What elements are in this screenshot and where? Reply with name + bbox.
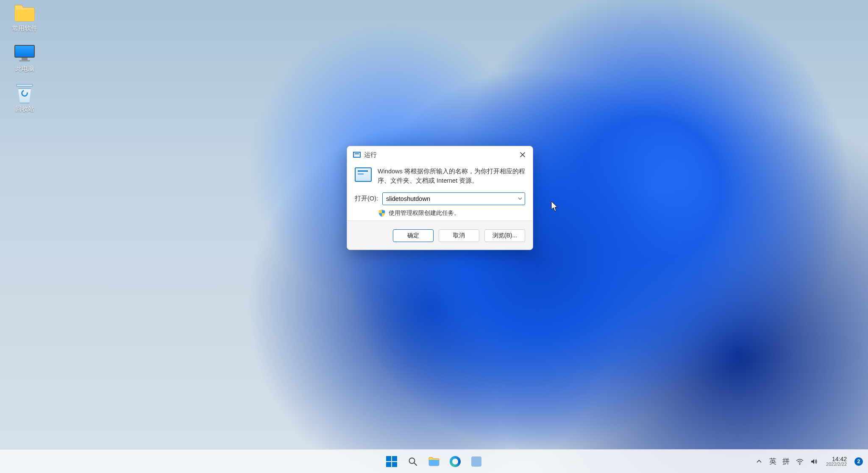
desktop-icon-label: 此电脑 (15, 65, 34, 73)
ime-mode[interactable]: 拼 (782, 456, 790, 466)
close-button[interactable] (517, 150, 528, 160)
admin-note-text: 使用管理权限创建此任务。 (389, 209, 460, 217)
clock-date: 2022/2/22 (826, 462, 847, 467)
notification-badge[interactable]: 2 (854, 457, 863, 466)
open-label: 打开(O): (355, 195, 378, 203)
run-dialog-title: 运行 (364, 151, 377, 159)
run-description: Windows 将根据你所输入的名称，为你打开相应的程序、文件夹、文档或 Int… (378, 167, 525, 186)
wifi-button[interactable] (796, 457, 804, 466)
desktop-icon-recycle-bin[interactable]: 回收站 (5, 84, 44, 113)
ok-button[interactable]: 确定 (393, 229, 434, 242)
edge-button[interactable] (446, 453, 464, 470)
taskbar-clock[interactable]: 14:42 2022/2/22 (826, 456, 847, 467)
app-icon (471, 456, 481, 467)
desktop-icon-label: 回收站 (15, 105, 34, 113)
monitor-icon (13, 44, 36, 63)
open-combobox[interactable] (382, 192, 525, 205)
open-input[interactable] (382, 192, 525, 205)
desktop-icon-this-pc[interactable]: 此电脑 (5, 44, 44, 73)
taskbar-tray: 英 拼 14:42 2022/2/22 (755, 450, 863, 473)
search-button[interactable] (404, 453, 422, 470)
svg-point-1 (799, 464, 801, 465)
close-icon (520, 152, 526, 158)
run-icon (353, 152, 361, 158)
taskbar: 英 拼 14:42 2022/2/22 (0, 449, 868, 473)
run-large-icon (355, 167, 372, 182)
mouse-cursor-icon (551, 201, 559, 212)
desktop-icon-label: 常用软件 (12, 25, 37, 33)
shield-icon (378, 209, 385, 217)
run-dialog-footer: 确定 取消 浏览(B)... (347, 220, 533, 250)
pinned-app-button[interactable] (467, 453, 485, 470)
start-button[interactable] (383, 453, 401, 470)
tray-overflow-button[interactable] (755, 457, 763, 466)
desktop[interactable]: 常用软件 此电脑 回收站 运行 (0, 0, 868, 473)
run-dialog: 运行 Windows 将根据你所输入的名称，为你打开相应的程序、文件夹、文档或 … (347, 146, 533, 250)
desktop-icon-common-software[interactable]: 常用软件 (5, 3, 44, 33)
taskbar-center (383, 453, 485, 470)
file-explorer-button[interactable] (425, 453, 443, 470)
admin-note-row: 使用管理权限创建此任务。 (378, 209, 525, 217)
volume-button[interactable] (810, 457, 818, 466)
folder-icon (13, 3, 36, 23)
cancel-button[interactable]: 取消 (439, 229, 479, 242)
desktop-icons-area: 常用软件 此电脑 回收站 (5, 3, 44, 124)
run-dialog-titlebar[interactable]: 运行 (347, 146, 533, 162)
windows-logo-icon (386, 456, 397, 467)
clock-time: 14:42 (832, 456, 847, 462)
search-icon (408, 457, 417, 466)
folder-icon (428, 457, 440, 466)
ime-language[interactable]: 英 (769, 456, 776, 466)
wifi-icon (796, 457, 804, 466)
edge-icon (450, 456, 461, 467)
browse-button[interactable]: 浏览(B)... (484, 229, 525, 242)
recycle-bin-icon (13, 84, 36, 103)
volume-icon (810, 457, 818, 466)
chevron-up-icon (756, 459, 762, 465)
